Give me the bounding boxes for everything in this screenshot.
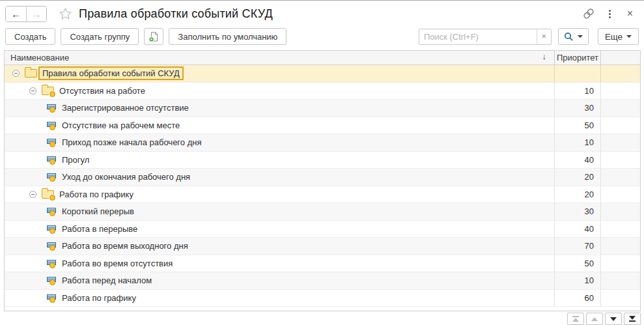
extra-cell <box>600 255 640 272</box>
search-clear-icon[interactable]: × <box>537 29 551 44</box>
folder-icon <box>25 69 37 78</box>
scroll-bottom-button[interactable] <box>624 313 641 325</box>
row-label: Короткий перерыв <box>59 205 137 218</box>
tree-table-body: Правила обработки событий СКУДОтсутствия… <box>5 65 640 307</box>
priority-cell: 50 <box>554 255 600 272</box>
column-header-name-label: Наименование <box>10 53 69 63</box>
priority-cell: 30 <box>554 203 600 220</box>
priority-cell: 40 <box>554 221 600 238</box>
priority-cell: 40 <box>554 152 600 169</box>
row-label: Прогул <box>59 154 92 166</box>
row-label: Работа перед началом <box>59 274 155 287</box>
row-label: Работа по графику <box>59 292 139 304</box>
extra-cell <box>600 186 640 203</box>
create-by-copy-button[interactable] <box>144 28 163 45</box>
table-row[interactable]: Работа в перерыве40 <box>5 221 640 238</box>
item-icon <box>46 259 57 268</box>
item-icon <box>46 293 57 303</box>
close-icon[interactable]: × <box>625 8 635 20</box>
item-icon <box>46 224 57 234</box>
create-group-button[interactable]: Создать группу <box>61 28 139 45</box>
extra-cell <box>600 203 640 220</box>
nav-history-group: ← → <box>5 6 47 22</box>
table-row[interactable]: Работа по графику60 <box>5 290 640 307</box>
scroll-down-button[interactable] <box>605 313 622 325</box>
folder-icon <box>42 190 54 199</box>
item-icon <box>46 120 57 130</box>
create-button[interactable]: Создать <box>5 28 55 45</box>
row-label: Работа по графику <box>56 188 137 201</box>
row-label: Приход позже начала рабочего дня <box>59 136 204 148</box>
priority-cell: 20 <box>554 186 600 203</box>
item-icon <box>46 276 57 285</box>
search-box: × <box>419 29 552 45</box>
chevron-down-icon <box>578 35 583 38</box>
column-header-name[interactable]: Наименование ↓ <box>5 51 554 64</box>
extra-cell <box>600 169 640 186</box>
row-label: Уход до окончания рабочего дня <box>59 171 193 183</box>
table-row[interactable]: Правила обработки событий СКУД <box>5 65 640 83</box>
table-header: Наименование ↓ Приоритет <box>5 51 640 65</box>
row-label: Отсутствие на рабочем месте <box>59 119 183 132</box>
extra-cell <box>600 272 640 289</box>
collapse-icon[interactable] <box>12 70 20 77</box>
extra-cell <box>600 290 640 307</box>
table-row[interactable]: Приход позже начала рабочего дня10 <box>5 134 640 152</box>
collapse-icon[interactable] <box>29 87 36 94</box>
search-options-button[interactable] <box>558 28 589 45</box>
chevron-down-icon <box>626 35 632 38</box>
row-label: Правила обработки событий СКУД <box>38 66 184 80</box>
extra-cell <box>600 117 640 134</box>
kebab-menu-icon[interactable] <box>608 8 612 20</box>
table-row[interactable]: Работа во время выходного дня70 <box>5 238 640 255</box>
priority-cell: 20 <box>554 169 600 186</box>
extra-cell <box>600 238 640 255</box>
priority-cell: 60 <box>554 290 600 307</box>
column-header-extra <box>600 51 640 64</box>
row-label: Зарегистрированное отсутствие <box>59 102 192 114</box>
row-label: Отсутствия на работе <box>56 85 148 97</box>
extra-cell <box>600 83 640 100</box>
collapse-icon[interactable] <box>29 191 36 198</box>
favorite-star-icon[interactable] <box>59 7 72 20</box>
titlebar-actions: × <box>583 8 635 20</box>
table-row[interactable]: Работа перед началом10 <box>5 272 640 290</box>
scroll-up-button[interactable] <box>586 313 603 325</box>
back-button[interactable]: ← <box>6 7 26 21</box>
item-icon <box>46 206 57 216</box>
scroll-top-button[interactable] <box>567 313 584 325</box>
fill-default-button[interactable]: Заполнить по умолчанию <box>169 28 287 45</box>
item-icon <box>46 137 57 147</box>
item-icon <box>46 103 57 113</box>
priority-cell: 50 <box>554 117 600 134</box>
extra-cell <box>600 152 640 169</box>
forward-button[interactable]: → <box>26 7 46 21</box>
scroll-button-bar <box>567 313 641 325</box>
table-row[interactable]: Отсутствие на рабочем месте50 <box>5 117 640 135</box>
table-row[interactable]: Работа по графику20 <box>5 186 640 204</box>
extra-cell <box>600 221 640 238</box>
table-row[interactable]: Зарегистрированное отсутствие30 <box>5 100 640 117</box>
item-icon <box>46 241 57 251</box>
magnifier-icon <box>564 32 574 42</box>
item-icon <box>46 155 57 165</box>
table-row[interactable]: Уход до окончания рабочего дня20 <box>5 169 640 186</box>
table-row[interactable]: Прогул40 <box>5 152 640 169</box>
page-title: Правила обработки событий СКУД <box>79 7 273 21</box>
search-input[interactable] <box>419 29 537 44</box>
column-header-priority[interactable]: Приоритет <box>554 51 600 64</box>
table-row[interactable]: Отсутствия на работе10 <box>5 83 640 100</box>
more-button-label: Еще <box>605 32 623 42</box>
tree-table: Наименование ↓ Приоритет Правила обработ… <box>4 50 641 311</box>
table-row[interactable]: Короткий перерыв30 <box>5 203 640 221</box>
extra-cell <box>600 134 640 151</box>
more-button[interactable]: Еще <box>598 28 639 45</box>
extra-cell <box>600 100 640 117</box>
toolbar-right: × Еще <box>419 28 639 45</box>
copy-document-icon <box>148 31 159 42</box>
extra-cell <box>600 65 640 82</box>
priority-cell: 10 <box>554 83 600 100</box>
sort-descending-icon: ↓ <box>542 51 547 61</box>
table-row[interactable]: Работа во время отсутствия50 <box>5 255 640 273</box>
link-icon[interactable] <box>583 8 595 20</box>
